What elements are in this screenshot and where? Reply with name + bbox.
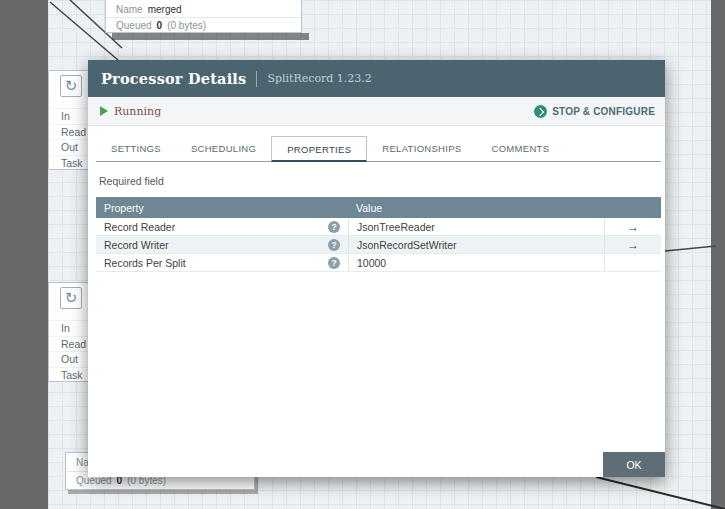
table-row: Records Per Split ? 10000 <box>96 254 661 272</box>
stop-configure-label: STOP & CONFIGURE <box>552 106 655 117</box>
tab-comments[interactable]: COMMENTS <box>477 136 565 161</box>
property-name-cell: Record Reader ? <box>96 218 348 235</box>
status-bar: Running STOP & CONFIGURE <box>88 97 665 126</box>
connection-name-row: Name merged <box>106 1 301 17</box>
connection-name-value: merged <box>148 4 182 15</box>
tab-relationships[interactable]: RELATIONSHIPS <box>367 136 476 161</box>
run-status-text: Running <box>114 105 161 118</box>
connection-name-label: Name <box>116 4 143 15</box>
connection-label-top[interactable]: Name merged Queued 0 (0 bytes) <box>105 0 302 33</box>
properties-table: Property Value Record Reader ? JsonTreeR… <box>96 197 661 272</box>
dialog-title: Processor Details <box>101 70 246 87</box>
help-icon[interactable]: ? <box>328 221 340 233</box>
dialog-subtitle: SplitRecord 1.23.2 <box>267 72 371 85</box>
property-name: Record Reader <box>104 221 175 233</box>
title-divider <box>256 71 257 87</box>
tab-properties[interactable]: PROPERTIES <box>271 136 367 162</box>
queued-label: Queued <box>116 20 152 31</box>
dialog-header: Processor Details SplitRecord 1.23.2 <box>88 60 665 97</box>
property-value-cell[interactable]: JsonRecordSetWriter <box>348 236 604 253</box>
required-field-note: Required field <box>99 175 661 187</box>
processor-refresh-icon: ↻ <box>60 75 82 97</box>
connection-queued-row: Queued 0 (0 bytes) <box>106 17 301 33</box>
table-row: Record Reader ? JsonTreeReader → <box>96 218 661 236</box>
tab-bar: SETTINGS SCHEDULING PROPERTIES RELATIONS… <box>96 136 661 162</box>
property-name-cell: Records Per Split ? <box>96 254 348 271</box>
table-header-row: Property Value <box>96 197 661 218</box>
processor-refresh-icon: ↻ <box>60 287 82 309</box>
ok-button[interactable]: OK <box>603 452 665 477</box>
property-actions-cell: → <box>604 236 661 253</box>
queued-count: 0 <box>157 20 163 31</box>
property-name-cell: Record Writer ? <box>96 236 348 253</box>
property-actions-cell: → <box>604 218 661 235</box>
col-header-property: Property <box>96 197 348 218</box>
stop-and-configure-button[interactable]: STOP & CONFIGURE <box>534 105 655 118</box>
property-name: Records Per Split <box>104 257 186 269</box>
queued-size: (0 bytes) <box>167 20 206 31</box>
property-value-cell[interactable]: 10000 <box>348 254 604 271</box>
property-name: Record Writer <box>104 239 169 251</box>
play-icon <box>100 106 108 116</box>
help-icon[interactable]: ? <box>328 257 340 269</box>
stop-configure-icon <box>534 105 547 118</box>
goto-service-icon[interactable]: → <box>627 220 639 234</box>
tab-scheduling[interactable]: SCHEDULING <box>176 136 271 161</box>
tab-settings[interactable]: SETTINGS <box>96 136 176 161</box>
table-row: Record Writer ? JsonRecordSetWriter → <box>96 236 661 254</box>
goto-service-icon[interactable]: → <box>627 238 639 252</box>
col-header-value: Value <box>348 197 604 218</box>
dialog-body: SETTINGS SCHEDULING PROPERTIES RELATIONS… <box>88 126 665 477</box>
processor-details-dialog: Processor Details SplitRecord 1.23.2 Run… <box>88 60 665 477</box>
property-actions-cell <box>604 254 661 271</box>
help-icon[interactable]: ? <box>328 239 340 251</box>
col-header-actions <box>604 197 661 218</box>
connection-shadow <box>112 33 309 40</box>
property-value-cell[interactable]: JsonTreeReader <box>348 218 604 235</box>
